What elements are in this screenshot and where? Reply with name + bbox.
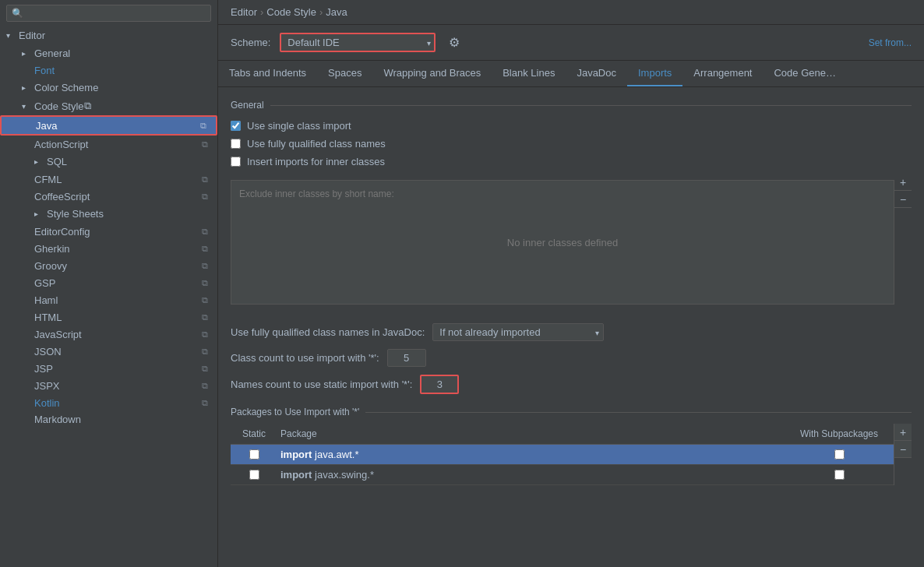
- tab-tabs-indents[interactable]: Tabs and Indents: [218, 61, 317, 86]
- sidebar-item-json[interactable]: JSON ⧉: [0, 343, 217, 360]
- copy-icon-groovy: ⧉: [199, 259, 211, 272]
- sidebar-item-editorconfig[interactable]: EditorConfig ⧉: [0, 223, 217, 240]
- breadcrumb: Editor › Code Style › Java: [218, 0, 924, 25]
- tab-javadoc[interactable]: JavaDoc: [566, 61, 627, 86]
- sidebar-item-java[interactable]: Java ⧉: [0, 115, 217, 136]
- row1-package-value: java.awt.*: [315, 449, 358, 460]
- chevron-editor-icon: [6, 31, 16, 40]
- scheme-select[interactable]: Default IDE: [280, 33, 436, 52]
- table-row[interactable]: import java.awt.*: [231, 445, 894, 465]
- sidebar-item-jsp[interactable]: JSP ⧉: [0, 360, 217, 377]
- copy-icon-jspx: ⧉: [199, 379, 211, 392]
- remove-package-button[interactable]: −: [894, 441, 912, 458]
- sidebar-item-label: Kotlin: [34, 397, 199, 409]
- sidebar-search-input[interactable]: [6, 5, 211, 22]
- row2-package-value: javax.swing.*: [315, 469, 374, 481]
- insert-imports-inner-label[interactable]: Insert imports for inner classes: [247, 156, 385, 167]
- sidebar-item-html[interactable]: HTML ⧉: [0, 308, 217, 326]
- row1-subpackages-checkbox[interactable]: [834, 449, 845, 460]
- tab-imports[interactable]: Imports: [627, 61, 682, 86]
- tab-codegen[interactable]: Code Gene…: [763, 61, 847, 86]
- row2-subpackages-checkbox[interactable]: [834, 470, 845, 480]
- use-single-class-import-label[interactable]: Use single class import: [247, 120, 351, 132]
- class-count-input[interactable]: 5: [387, 349, 426, 367]
- sidebar-item-code-style[interactable]: Code Style ⧉: [0, 97, 217, 115]
- names-count-input[interactable]: 3: [420, 375, 459, 394]
- tab-wrapping[interactable]: Wrapping and Braces: [372, 61, 492, 86]
- sidebar-item-actionscript[interactable]: ActionScript ⧉: [0, 136, 217, 153]
- sidebar-item-haml[interactable]: Haml ⧉: [0, 291, 217, 308]
- sidebar-item-general[interactable]: General: [0, 44, 217, 62]
- sidebar-item-groovy[interactable]: Groovy ⧉: [0, 257, 217, 274]
- use-fully-qualified-checkbox[interactable]: [231, 139, 241, 149]
- copy-icon-haml: ⧉: [199, 294, 211, 306]
- javadoc-dropdown[interactable]: If not already imported Always Never: [432, 323, 604, 341]
- col-header-subpackages: With Subpackages: [785, 427, 894, 441]
- copy-icon-cfml: ⧉: [199, 173, 211, 185]
- sidebar-item-kotlin[interactable]: Kotlin ⧉: [0, 394, 217, 411]
- sidebar-item-cfml[interactable]: CFML ⧉: [0, 171, 217, 188]
- add-package-button[interactable]: +: [894, 424, 912, 441]
- packages-section: Packages to Use Import with '*' Static P…: [231, 407, 912, 485]
- sidebar-item-label: GSP: [34, 277, 199, 289]
- sidebar-item-font[interactable]: Font: [0, 62, 217, 79]
- sidebar-item-label: Editor: [19, 30, 45, 41]
- general-section-title: General: [231, 100, 912, 111]
- exclude-inner-classes-box[interactable]: Exclude inner classes by short name: No …: [231, 180, 894, 305]
- col-header-static: Static: [231, 427, 277, 441]
- chevron-codestyle-icon: [22, 102, 31, 111]
- checkbox-row-2: Use fully qualified class names: [231, 138, 912, 150]
- copy-icon-java: ⧉: [197, 119, 210, 132]
- javadoc-dropdown-wrapper: If not already imported Always Never ▾: [432, 323, 604, 341]
- sidebar-item-label: EditorConfig: [34, 226, 199, 238]
- class-count-label: Class count to use import with '*':: [231, 352, 379, 364]
- sidebar-item-label: Code Style: [34, 100, 84, 112]
- sidebar-item-color-scheme[interactable]: Color Scheme: [0, 79, 217, 97]
- col-header-package: Package: [277, 427, 785, 441]
- scheme-row: Scheme: Default IDE ▾ ⚙ Set from...: [218, 25, 924, 61]
- use-fully-qualified-label[interactable]: Use fully qualified class names: [247, 138, 386, 150]
- breadcrumb-sep2: ›: [319, 6, 323, 18]
- tab-blank-lines[interactable]: Blank Lines: [492, 61, 566, 86]
- sidebar-item-label: Markdown: [34, 414, 211, 425]
- sidebar-item-coffeescript[interactable]: CoffeeScript ⧉: [0, 188, 217, 205]
- sidebar-item-label: JSPX: [34, 380, 199, 392]
- tab-spaces[interactable]: Spaces: [317, 61, 372, 86]
- copy-icon-gsp: ⧉: [199, 276, 211, 289]
- scheme-select-wrapper: Default IDE ▾: [280, 33, 436, 52]
- sidebar-item-jspx[interactable]: JSPX ⧉: [0, 377, 217, 394]
- breadcrumb-sep1: ›: [260, 6, 263, 18]
- sidebar-item-sql[interactable]: SQL: [0, 153, 217, 171]
- insert-imports-inner-checkbox[interactable]: [231, 157, 241, 167]
- tab-arrangement[interactable]: Arrangement: [682, 61, 763, 86]
- copy-icon-gherkin: ⧉: [199, 242, 211, 255]
- add-exclude-button[interactable]: +: [894, 174, 912, 191]
- packages-table: Static Package With Subpackages import: [231, 424, 894, 485]
- use-single-class-import-checkbox[interactable]: [231, 121, 241, 131]
- breadcrumb-editor: Editor: [231, 6, 257, 18]
- sidebar-item-javascript[interactable]: JavaScript ⧉: [0, 326, 217, 343]
- sidebar-item-editor[interactable]: Editor: [0, 26, 217, 44]
- table-row[interactable]: import javax.swing.*: [231, 465, 894, 485]
- packages-side-buttons: + −: [894, 424, 912, 485]
- sidebar-item-label: Color Scheme: [34, 82, 98, 93]
- sidebar-item-label: Groovy: [34, 260, 199, 272]
- sidebar-item-markdown[interactable]: Markdown: [0, 411, 217, 428]
- copy-icon-coffee: ⧉: [199, 190, 211, 202]
- scheme-gear-button[interactable]: ⚙: [445, 33, 464, 52]
- breadcrumb-code-style: Code Style: [266, 6, 316, 18]
- remove-exclude-button[interactable]: −: [894, 191, 912, 208]
- sidebar-item-stylesheets[interactable]: Style Sheets: [0, 205, 217, 223]
- sidebar-item-label: JSON: [34, 346, 199, 357]
- scheme-label: Scheme:: [231, 37, 270, 48]
- sidebar-item-gherkin[interactable]: Gherkin ⧉: [0, 240, 217, 257]
- row1-static-checkbox[interactable]: [249, 449, 259, 460]
- set-from-link[interactable]: Set from...: [869, 37, 912, 48]
- sidebar-item-label: General: [34, 48, 70, 59]
- row1-package-cell: import java.awt.*: [277, 447, 785, 462]
- sidebar-item-gsp[interactable]: GSP ⧉: [0, 274, 217, 291]
- row2-static-checkbox[interactable]: [249, 470, 259, 480]
- sidebar-item-label: Gherkin: [34, 243, 199, 255]
- copy-icon-jsp: ⧉: [199, 362, 211, 375]
- sidebar-item-label: Haml: [34, 294, 199, 306]
